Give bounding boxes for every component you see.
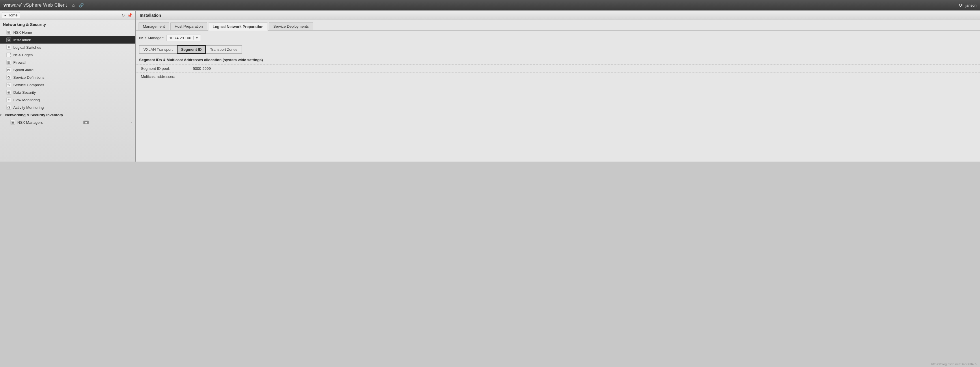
home-back-button[interactable]: ◂ Home — [2, 12, 20, 18]
sidebar-item-label: Data Security — [13, 90, 36, 95]
chevron-down-icon: ▼ — [193, 37, 198, 40]
tab-management[interactable]: Management — [138, 22, 169, 30]
activity-monitoring-icon: ◔ — [6, 105, 11, 110]
sidebar-item-label: Firewall — [13, 60, 26, 65]
flow-monitoring-icon: ≈ — [6, 97, 11, 102]
tab-logical-network-preparation[interactable]: Logical Network Preparation — [208, 22, 267, 30]
app-root: vmware' vSphere Web Client ⌂ 🔗 ⟳ janson … — [0, 0, 980, 162]
sidebar-item-label: NSX Managers — [18, 120, 43, 125]
nsx-manager-dropdown[interactable]: 10.74.29.100 ▼ — [167, 35, 201, 41]
sidebar-item-label: Networking & Security Inventory — [5, 113, 63, 117]
tree-collapse-icon[interactable]: ▾ — [0, 113, 3, 116]
sidebar-item-label: SpoofGuard — [13, 68, 33, 72]
spoofguard-icon: ⛨ — [6, 68, 11, 72]
sidebar-item-label: NSX Home — [13, 30, 32, 35]
sidebar-item-inventory[interactable]: ▾ Networking & Security Inventory — [0, 111, 135, 119]
chevron-right-icon: › — [130, 120, 132, 124]
brand-logo: vmware' vSphere Web Client — [3, 3, 67, 8]
data-security-icon: ◉ — [6, 90, 11, 95]
service-def-icon: ✿ — [6, 75, 11, 79]
switch-icon: ≡ — [6, 45, 11, 49]
firewall-icon: ▦ — [6, 60, 11, 65]
subtabs: VXLAN Transport Segment ID Transport Zon… — [136, 45, 980, 54]
sidebar-item-logical-switches[interactable]: ≡ Logical Switches — [0, 44, 135, 51]
sidebar-item-spoofguard[interactable]: ⛨ SpoofGuard — [0, 66, 135, 73]
history-icon[interactable]: ↻ — [121, 13, 125, 17]
nsx-managers-badge: ■ — [83, 121, 89, 124]
multicast-addresses-value — [193, 75, 975, 79]
row-segment-id-pool: Segment ID pool: 5000-5999 — [136, 64, 980, 72]
sidebar-item-nsx-home[interactable]: ⊞ NSX Home — [0, 29, 135, 36]
sidebar-item-label: Service Definitions — [13, 75, 45, 79]
titlebar-icons: ⌂ 🔗 — [72, 3, 83, 8]
service-composer-icon: ✎ — [6, 83, 11, 87]
link-icon[interactable]: 🔗 — [79, 3, 84, 8]
subtab-transport-zones[interactable]: Transport Zones — [206, 45, 242, 54]
sidebar-item-service-composer[interactable]: ✎ Service Composer — [0, 81, 135, 89]
subtab-segment-id[interactable]: Segment ID — [177, 45, 206, 54]
sidebar-item-label: Activity Monitoring — [13, 105, 44, 110]
sidebar-item-nsx-edges[interactable]: ⋮⋮ NSX Edges — [0, 51, 135, 59]
sidebar-item-nsx-managers[interactable]: ▣ NSX Managers ■ › — [0, 119, 135, 126]
sidebar-item-service-definitions[interactable]: ✿ Service Definitions — [0, 73, 135, 81]
sidebar-item-label: Flow Monitoring — [13, 98, 40, 102]
pin-icon[interactable]: 📌 — [127, 13, 132, 17]
sidebar-item-data-security[interactable]: ◉ Data Security — [0, 89, 135, 96]
nsx-managers-icon: ▣ — [10, 120, 15, 125]
content-tabs: Management Host Preparation Logical Netw… — [136, 20, 980, 30]
nsx-manager-value: 10.74.29.100 — [169, 36, 191, 40]
sidebar-item-label: Logical Switches — [13, 45, 41, 49]
sidebar-item-label: Service Composer — [13, 83, 44, 87]
multicast-addresses-label: Multicast addresses: — [141, 75, 193, 79]
segment-id-pool-value: 5000-5999 — [193, 66, 975, 71]
tab-host-preparation[interactable]: Host Preparation — [170, 22, 207, 30]
content-header: Installation — [136, 11, 980, 20]
installation-icon: ⚙ — [6, 38, 11, 42]
section-heading: Segment IDs & Multicast Addresses alloca… — [136, 54, 980, 64]
refresh-icon[interactable]: ⟳ — [959, 3, 963, 8]
nsx-manager-label: NSX Manager: — [139, 36, 164, 40]
nsx-home-icon: ⊞ — [6, 30, 11, 35]
sidebar: ◂ Home ↻ 📌 Networking & Security ⊞ NSX H… — [0, 11, 136, 162]
sidebar-item-label: NSX Edges — [13, 53, 33, 57]
chevron-left-icon: ◂ — [4, 13, 6, 17]
sidebar-item-activity-monitoring[interactable]: ◔ Activity Monitoring — [0, 103, 135, 111]
home-icon[interactable]: ⌂ — [72, 3, 75, 8]
titlebar: vmware' vSphere Web Client ⌂ 🔗 ⟳ janson — [0, 0, 980, 10]
sidebar-header: ◂ Home ↻ 📌 — [0, 11, 135, 20]
home-label: Home — [8, 13, 18, 17]
sidebar-item-label: Installation — [13, 38, 31, 42]
main-area: ◂ Home ↻ 📌 Networking & Security ⊞ NSX H… — [0, 10, 980, 162]
tab-service-deployments[interactable]: Service Deployments — [269, 22, 313, 30]
sidebar-item-firewall[interactable]: ▦ Firewall — [0, 59, 135, 66]
subtab-vxlan-transport[interactable]: VXLAN Transport — [139, 45, 177, 54]
content-pane: Installation Management Host Preparation… — [136, 11, 980, 162]
sidebar-item-installation[interactable]: ⚙ Installation — [0, 36, 135, 44]
row-multicast-addresses: Multicast addresses: — [136, 72, 980, 81]
segment-id-pool-label: Segment ID pool: — [141, 66, 193, 71]
sidebar-section-title: Networking & Security — [0, 20, 135, 29]
sidebar-item-flow-monitoring[interactable]: ≈ Flow Monitoring — [0, 96, 135, 103]
user-label: janson — [966, 3, 977, 8]
edges-icon: ⋮⋮ — [6, 52, 11, 57]
nsx-manager-row: NSX Manager: 10.74.29.100 ▼ — [136, 30, 980, 45]
